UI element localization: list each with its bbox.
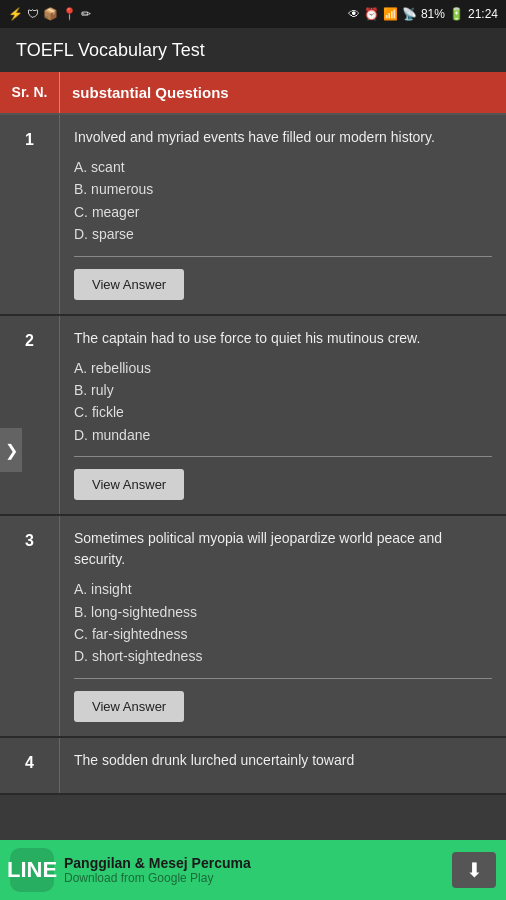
download-icon: ⬇ xyxy=(466,858,483,882)
status-left-icons: ⚡ 🛡 📦 📍 ✏ xyxy=(8,7,91,21)
ad-title: Panggilan & Mesej Percuma xyxy=(64,855,452,871)
table-row: 4 The sodden drunk lurched uncertainly t… xyxy=(0,738,506,795)
option-3a: A. insight xyxy=(74,578,492,600)
eye-icon: 👁 xyxy=(348,7,360,21)
app-icon: 📦 xyxy=(43,7,58,21)
ad-text-block: Panggilan & Mesej Percuma Download from … xyxy=(64,855,452,885)
header-sr-label: Sr. N. xyxy=(0,72,60,113)
options-1: A. scant B. numerous C. meager D. sparse xyxy=(74,156,492,246)
options-3: A. insight B. long-sightedness C. far-si… xyxy=(74,578,492,668)
option-3c: C. far-sightedness xyxy=(74,623,492,645)
row-content-4: The sodden drunk lurched uncertainly tow… xyxy=(60,738,506,793)
status-right-icons: 👁 ⏰ 📶 📡 81% 🔋 21:24 xyxy=(348,7,498,21)
question-text-2: The captain had to use force to quiet hi… xyxy=(74,328,492,349)
view-answer-button-1[interactable]: View Answer xyxy=(74,269,184,300)
question-text-4: The sodden drunk lurched uncertainly tow… xyxy=(74,750,492,771)
main-content[interactable]: Sr. N. substantial Questions 1 Involved … xyxy=(0,72,506,840)
option-1d: D. sparse xyxy=(74,223,492,245)
chevron-right-icon: ❯ xyxy=(5,441,18,460)
row-content-2: The captain had to use force to quiet hi… xyxy=(60,316,506,515)
table-header: Sr. N. substantial Questions xyxy=(0,72,506,115)
row-number-2: 2 xyxy=(0,316,60,515)
title-bar: TOEFL Vocabulary Test xyxy=(0,28,506,72)
divider-1 xyxy=(74,256,492,257)
row-number-1: 1 xyxy=(0,115,60,314)
pencil-icon: ✏ xyxy=(81,7,91,21)
signal-icon: 📡 xyxy=(402,7,417,21)
row-content-1: Involved and myriad events have filled o… xyxy=(60,115,506,314)
option-2a: A. rebellious xyxy=(74,357,492,379)
shield-icon: 🛡 xyxy=(27,7,39,21)
battery-percent: 81% xyxy=(421,7,445,21)
options-2: A. rebellious B. ruly C. fickle D. munda… xyxy=(74,357,492,447)
ad-banner: LINE Panggilan & Mesej Percuma Download … xyxy=(0,840,506,900)
question-text-1: Involved and myriad events have filled o… xyxy=(74,127,492,148)
divider-3 xyxy=(74,678,492,679)
option-2d: D. mundane xyxy=(74,424,492,446)
page-title: TOEFL Vocabulary Test xyxy=(16,40,205,61)
option-1c: C. meager xyxy=(74,201,492,223)
divider-2 xyxy=(74,456,492,457)
view-answer-button-3[interactable]: View Answer xyxy=(74,691,184,722)
question-text-3: Sometimes political myopia will jeopardi… xyxy=(74,528,492,570)
table-row: 3 Sometimes political myopia will jeopar… xyxy=(0,516,506,738)
nav-arrow[interactable]: ❯ xyxy=(0,428,22,472)
view-answer-button-2[interactable]: View Answer xyxy=(74,469,184,500)
option-1b: B. numerous xyxy=(74,178,492,200)
option-2b: B. ruly xyxy=(74,379,492,401)
ad-app-icon: LINE xyxy=(10,848,54,892)
table-row: 2 The captain had to use force to quiet … xyxy=(0,316,506,517)
row-content-3: Sometimes political myopia will jeopardi… xyxy=(60,516,506,736)
clock: 21:24 xyxy=(468,7,498,21)
table-row: 1 Involved and myriad events have filled… xyxy=(0,115,506,316)
ad-download-button[interactable]: ⬇ xyxy=(452,852,496,888)
option-3b: B. long-sightedness xyxy=(74,601,492,623)
usb-icon: ⚡ xyxy=(8,7,23,21)
header-question-label: substantial Questions xyxy=(60,72,506,113)
battery-icon: 🔋 xyxy=(449,7,464,21)
row-number-4: 4 xyxy=(0,738,60,793)
option-2c: C. fickle xyxy=(74,401,492,423)
row-number-3: 3 xyxy=(0,516,60,736)
ad-subtitle: Download from Google Play xyxy=(64,871,452,885)
option-1a: A. scant xyxy=(74,156,492,178)
location-icon: 📍 xyxy=(62,7,77,21)
status-bar: ⚡ 🛡 📦 📍 ✏ 👁 ⏰ 📶 📡 81% 🔋 21:24 xyxy=(0,0,506,28)
option-3d: D. short-sightedness xyxy=(74,645,492,667)
alarm-icon: ⏰ xyxy=(364,7,379,21)
ad-icon-text: LINE xyxy=(7,857,57,883)
wifi-icon: 📶 xyxy=(383,7,398,21)
